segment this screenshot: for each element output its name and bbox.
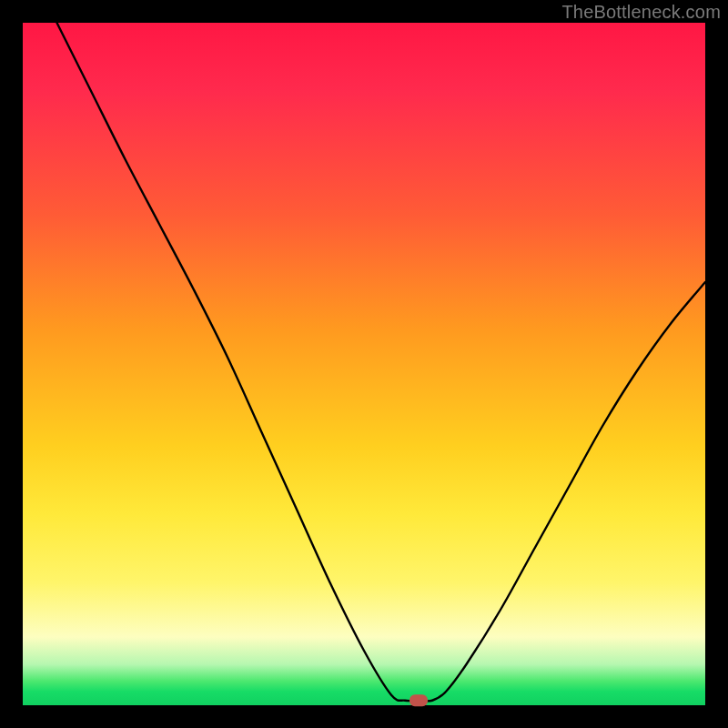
watermark-text: TheBottleneck.com	[561, 2, 721, 23]
bottleneck-curve	[57, 23, 706, 701]
chart-frame: TheBottleneck.com	[0, 0, 728, 728]
minimum-marker	[410, 694, 428, 706]
chart-svg	[23, 23, 705, 705]
chart-plot-area	[23, 23, 705, 705]
